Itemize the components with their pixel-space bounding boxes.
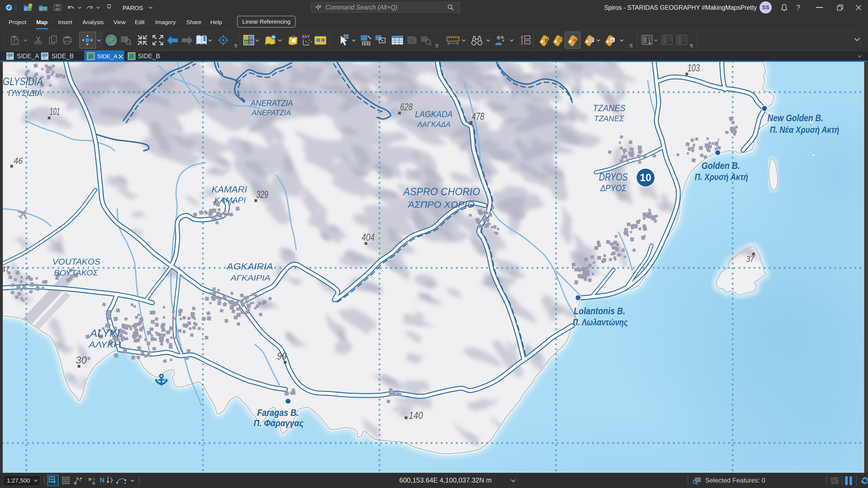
svg-text:Π. Χρυσή Ακτή: Π. Χρυσή Ακτή <box>695 172 748 182</box>
svg-text:37: 37 <box>746 254 754 264</box>
svg-text:ΛΑΓΚΑΔΑ: ΛΑΓΚΑΔΑ <box>417 120 451 129</box>
svg-text:Π. Νέα Χρυσή Ακτή: Π. Νέα Χρυσή Ακτή <box>770 125 839 135</box>
svg-text:Π. Φάραγγας: Π. Φάραγγας <box>254 418 304 428</box>
svg-text:KAMARI: KAMARI <box>212 184 247 194</box>
svg-text:EXY: EXY <box>302 34 310 39</box>
svg-text:VOUTAKOS: VOUTAKOS <box>52 257 100 266</box>
svg-text:329: 329 <box>256 189 268 200</box>
svg-text:ΚΑΜΑΡΙ: ΚΑΜΑΡΙ <box>214 195 246 204</box>
svg-text:ΔΡΥΟΣ: ΔΡΥΟΣ <box>600 183 627 193</box>
svg-text:ANERATZIA: ANERATZIA <box>250 98 293 108</box>
svg-text:ΓΛΥΣΙΔΙΑ: ΓΛΥΣΙΔΙΑ <box>8 88 42 98</box>
svg-text:ALYKI: ALYKI <box>90 328 120 339</box>
svg-text:ΆΣΠΡΟ ΧΩΡΙΟ: ΆΣΠΡΟ ΧΩΡΙΟ <box>407 199 475 209</box>
svg-text:ΑΝΕΡΑΤΖΙΑ: ΑΝΕΡΑΤΖΙΑ <box>251 108 291 117</box>
svg-text:AGKAIRIA: AGKAIRIA <box>226 261 273 271</box>
svg-text:478: 478 <box>472 111 484 122</box>
svg-text:ΤΖΑΝΕΣ: ΤΖΑΝΕΣ <box>594 114 624 123</box>
svg-text:ΑΛΥΚΗ: ΑΛΥΚΗ <box>88 340 121 350</box>
svg-text:ASPRO CHORIO: ASPRO CHORIO <box>403 186 480 197</box>
svg-text:628: 628 <box>400 101 412 112</box>
svg-text:101: 101 <box>50 106 60 117</box>
svg-text:30: 30 <box>76 355 87 366</box>
svg-text:New Golden B.: New Golden B. <box>767 112 823 123</box>
svg-text:TZANES: TZANES <box>593 103 625 113</box>
svg-text:103: 103 <box>687 62 700 73</box>
svg-text:140: 140 <box>409 410 423 421</box>
svg-text:46: 46 <box>13 156 23 166</box>
svg-text:Golden B.: Golden B. <box>702 160 740 171</box>
svg-text:Lolantonis B.: Lolantonis B. <box>574 305 625 316</box>
svg-text:99: 99 <box>277 351 287 362</box>
svg-text:47: 47 <box>3 264 10 274</box>
svg-text:ΒΟΥΤΑΚΟΣ: ΒΟΥΤΑΚΟΣ <box>54 268 98 277</box>
svg-text:A: A <box>611 38 614 42</box>
svg-text:Π. Λωλαντώνης: Π. Λωλαντώνης <box>572 317 628 327</box>
svg-text:404: 404 <box>362 232 375 243</box>
svg-text:10: 10 <box>640 172 651 183</box>
svg-text:Faragas B.: Faragas B. <box>257 407 299 418</box>
svg-text:GLYSIDIA: GLYSIDIA <box>3 75 43 87</box>
svg-text:DRYOS: DRYOS <box>599 171 628 183</box>
svg-text:LAGKADA: LAGKADA <box>415 109 453 119</box>
svg-text:ΑΓΚΑΙΡΙΑ: ΑΓΚΑΙΡΙΑ <box>230 273 271 282</box>
